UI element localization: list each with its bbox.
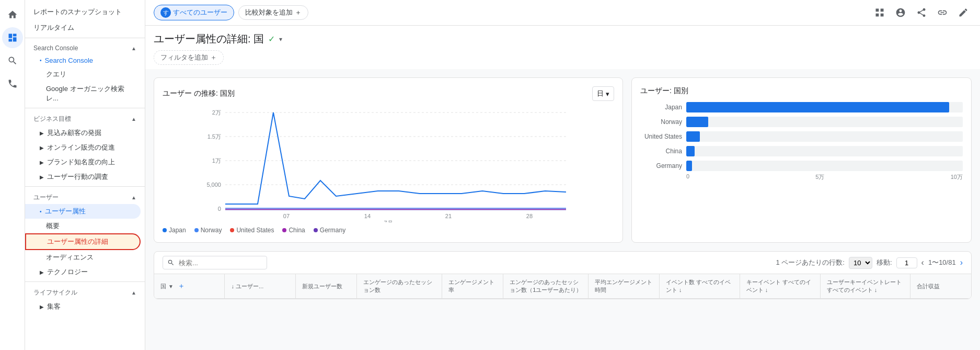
overview-label: 概要 <box>46 222 60 230</box>
compare-chip[interactable]: 比較対象を追加 ＋ <box>238 5 308 20</box>
th-sessions-per-user[interactable]: エンゲージのあったセッション数（1ユーザーあたり） <box>503 274 589 298</box>
grid-view-icon[interactable] <box>871 4 888 21</box>
snapshot-nav-item[interactable]: レポートのスナップショット <box>25 4 141 20</box>
th-new-users[interactable]: 新規ユーザー数 <box>296 274 357 298</box>
link-icon[interactable] <box>934 4 951 21</box>
user-attr-item[interactable]: • ユーザー属性 <box>25 204 141 219</box>
search-console-sub-item[interactable]: • Search Console <box>25 54 141 67</box>
phone-icon-btn[interactable] <box>2 73 23 94</box>
search-console-section-header[interactable]: Search Console ▲ <box>25 40 145 54</box>
share-icon[interactable] <box>913 4 930 21</box>
lead-gen-item[interactable]: ▶ 見込み顧客の発掘 <box>25 126 141 140</box>
th-user-key-event-rate[interactable]: ユーザーキーイベントレート すべてのイベント ↓ <box>821 274 910 298</box>
right-toolbar <box>871 4 972 21</box>
bar-row-norway: Norway <box>640 117 963 127</box>
th-engagement-rate[interactable]: エンゲージメント率 <box>442 274 503 298</box>
check-icon: ✓ <box>268 34 275 44</box>
china-bar-label: China <box>640 148 682 155</box>
lifecycle-title: ライフサイクル <box>33 288 77 297</box>
th-plus-icon[interactable]: ＋ <box>178 281 185 291</box>
date-select[interactable]: 日 ▾ <box>592 86 614 101</box>
japan-legend-dot <box>163 228 167 232</box>
filter-label: フィルタを追加 ＋ <box>160 53 217 62</box>
lead-gen-label: 見込み顧客の発掘 <box>47 128 101 138</box>
bar-chart-area: Japan Norway United States <box>640 102 963 171</box>
home-icon-btn[interactable] <box>2 4 23 25</box>
th-user-key-event-rate-label: ユーザーキーイベントレート すべてのイベント ↓ <box>827 278 904 294</box>
content-area: ユーザー の推移: 国別 日 ▾ 2万 1.5万 1万 5,000 <box>145 69 980 350</box>
search-input-icon <box>167 258 175 267</box>
bar-axis-50k: 5万 <box>815 173 824 181</box>
online-sales-item[interactable]: ▶ オンライン販売の促進 <box>25 140 141 155</box>
realtime-label: リアルタイム <box>33 23 74 32</box>
organic-search-nav-item[interactable]: Google オーガニック検索レ... <box>25 82 141 106</box>
japan-bar-label: Japan <box>640 104 682 111</box>
audience-label: オーディエンス <box>46 253 94 261</box>
bar-row-germany: Germany <box>640 161 963 171</box>
th-engaged-sessions[interactable]: エンゲージのあったセッション数 <box>357 274 442 298</box>
lifecycle-section-header[interactable]: ライフサイクル ▲ <box>25 284 145 299</box>
main-content: す すべてのユーザー 比較対象を追加 ＋ <box>145 0 980 350</box>
technology-label: テクノロジー <box>47 267 88 277</box>
edit-icon[interactable] <box>955 4 972 21</box>
th-users[interactable]: ↓ ユーザー... <box>225 274 295 298</box>
chevron-up-icon-3: ▲ <box>131 195 136 200</box>
business-goals-section-header[interactable]: ビジネス目標 ▲ <box>25 110 145 126</box>
th-events-label: イベント数 すべてのイベント ↓ <box>666 278 733 294</box>
audience-item[interactable]: オーディエンス <box>25 250 141 265</box>
norway-legend-dot <box>194 228 199 232</box>
bar-chart-card: ユーザー: 国別 Japan Norway <box>631 77 972 243</box>
add-filter-chip[interactable]: フィルタを追加 ＋ <box>154 50 224 65</box>
rows-per-page-select[interactable]: 10 25 50 <box>849 257 872 269</box>
user-section-header[interactable]: ユーザー ▲ <box>25 189 145 204</box>
arrow-right-icon-6: ▶ <box>40 304 44 310</box>
legend-china: China <box>282 227 305 234</box>
brand-awareness-item[interactable]: ▶ ブランド知名度の向上 <box>25 155 141 170</box>
th-events[interactable]: イベント数 すべてのイベント ↓ <box>660 274 740 298</box>
prev-page-button[interactable]: ‹ <box>921 258 924 267</box>
table-toolbar: 1 ページあたりの行数: 10 25 50 移動: ‹ 1〜10/81 › <box>154 252 971 274</box>
norway-bar-track <box>686 117 963 127</box>
th-country[interactable]: 国 ▼ ＋ <box>154 274 225 298</box>
line-chart-card: ユーザー の推移: 国別 日 ▾ 2万 1.5万 1万 5,000 <box>154 77 623 243</box>
th-revenue[interactable]: 合計収益 <box>910 274 971 298</box>
svg-text:0: 0 <box>218 206 221 212</box>
th-engaged-sessions-label: エンゲージのあったセッション数 <box>363 278 435 294</box>
line-chart-legend: Japan Norway United States China <box>163 227 614 234</box>
page-number-input[interactable] <box>896 257 917 268</box>
technology-item[interactable]: ▶ テクノロジー <box>25 265 141 279</box>
search-input[interactable] <box>179 259 262 267</box>
search-magnify-icon-btn[interactable] <box>2 50 23 71</box>
acquisition-item[interactable]: ▶ 集客 <box>25 299 141 314</box>
user-chip-icon: す <box>160 7 171 18</box>
filter-bar: フィルタを追加 ＋ <box>154 50 972 65</box>
title-dropdown-icon[interactable]: ▾ <box>279 36 282 43</box>
top-bar: す すべてのユーザー 比較対象を追加 ＋ <box>145 0 980 26</box>
arrow-right-icon: ▶ <box>40 130 44 136</box>
query-nav-item[interactable]: クエリ <box>25 67 141 82</box>
legend-us: United States <box>230 227 274 234</box>
realtime-nav-item[interactable]: リアルタイム <box>25 20 141 36</box>
user-behavior-item[interactable]: ▶ ユーザー行動の調査 <box>25 170 141 184</box>
search-box[interactable] <box>163 256 267 269</box>
norway-legend-label: Norway <box>201 227 222 234</box>
next-page-button[interactable]: › <box>960 258 963 267</box>
user-attr-detail-item[interactable]: ユーザー属性の詳細 <box>25 233 141 250</box>
bar-chart-title-row: ユーザー: 国別 <box>640 86 963 96</box>
th-key-events[interactable]: キーイベント すべてのイベント ↓ <box>740 274 821 298</box>
germany-bar-track <box>686 161 963 171</box>
arrow-right-icon-3: ▶ <box>40 160 44 165</box>
all-users-chip[interactable]: す すべてのユーザー <box>154 5 234 20</box>
china-bar-fill <box>686 146 695 156</box>
snapshot-label: レポートのスナップショット <box>33 7 122 17</box>
person-circle-icon[interactable] <box>892 4 909 21</box>
svg-text:1万: 1万 <box>212 157 221 164</box>
norway-bar-label: Norway <box>640 118 682 126</box>
bar-axis-0: 0 <box>686 173 689 181</box>
china-bar-track <box>686 146 963 156</box>
bar-chart-title-text: ユーザー: 国別 <box>640 86 688 96</box>
user-attr-label: ユーザー属性 <box>45 207 86 216</box>
th-avg-engagement[interactable]: 平均エンゲージメント時間 <box>589 274 659 298</box>
dashboard-icon-btn[interactable] <box>2 27 23 48</box>
overview-item[interactable]: 概要 <box>25 219 141 233</box>
